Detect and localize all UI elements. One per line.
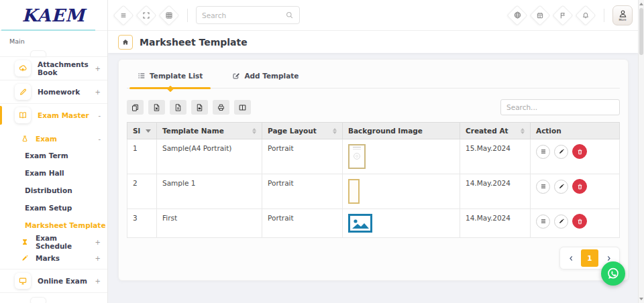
copy-button[interactable] [127,100,144,115]
bell-icon [582,11,590,19]
search-icon [285,11,294,19]
sidebar-item-online-exam[interactable]: Online Exam + [0,269,107,292]
export-csv-button[interactable] [170,100,186,115]
cell-sl: 3 [127,209,157,238]
sidebar-item-attachments-book[interactable]: Attachments Book + [0,57,107,80]
template-table: Sl Template Name Page Layout Background … [127,122,620,238]
page-number-button[interactable]: 1 [581,249,598,267]
logo-underline [1,29,95,31]
user-avatar-button[interactable]: More [612,5,633,25]
tab-add-template[interactable]: Add Template [229,72,301,88]
column-header-created-at[interactable]: Created At [460,123,531,139]
row-menu-button[interactable] [536,215,550,229]
chevron-left-icon [568,255,575,262]
scroll-down-icon[interactable] [639,298,643,300]
cloud-upload-icon [18,64,28,73]
sidebar-item-label: Exam Master [38,111,98,119]
edit-button[interactable] [554,180,568,194]
sidebar-item-marks[interactable]: Marks + [0,250,107,266]
home-button[interactable] [118,35,133,50]
person-icon [618,9,628,19]
trash-icon [576,148,584,156]
flag-button[interactable] [553,5,573,25]
trash-icon [576,218,584,225]
export-pdf-button[interactable] [191,100,208,115]
sidebar-item-exam[interactable]: Exam - [0,131,107,147]
delete-button[interactable] [572,179,587,194]
pen-icon [558,148,565,155]
sidebar-item-exam-setup[interactable]: Exam Setup [0,199,107,217]
global-search [196,6,300,24]
column-header-sl[interactable]: Sl [127,123,157,139]
chevron-right-icon [605,255,612,262]
scroll-up-icon[interactable] [639,3,643,5]
calendar-button[interactable] [530,5,550,25]
hamburger-icon [540,183,547,190]
collapse-minus-icon: - [98,112,101,119]
row-menu-button[interactable] [536,180,550,194]
file-pdf-icon [195,103,204,112]
sidebar-item-label: Marks [36,254,95,262]
scrollbar[interactable] [638,0,644,303]
table-row: 3 First Portrait 14.May.2024 [127,209,620,238]
main-content: Template List Add Template [108,53,638,303]
cell-page-layout: Portrait [262,209,343,238]
delete-button[interactable] [572,144,587,159]
grid-icon [165,11,173,19]
row-menu-button[interactable] [536,145,550,159]
prev-page-button[interactable] [562,249,580,267]
topbar: More [108,0,638,31]
sidebar-item-homework[interactable]: Homework + [0,80,107,103]
cell-sl: 1 [127,139,157,174]
fullscreen-button[interactable] [136,5,156,25]
cell-action [531,209,620,238]
sidebar-item-distribution[interactable]: Distribution [0,182,107,199]
sidebar-item-exam-hall[interactable]: Exam Hall [0,164,107,182]
print-button[interactable] [213,100,229,115]
collapse-minus-icon: - [98,135,101,143]
fullscreen-icon [142,11,150,19]
partial-menu-item [30,297,46,303]
menu-toggle-button[interactable] [113,5,133,25]
cell-action [531,139,620,174]
sidebar-item-marksheet-template[interactable]: Marksheet Template [0,217,107,234]
partial-menu-item [30,50,46,56]
tab-template-list[interactable]: Template List [135,72,205,88]
delete-button[interactable] [572,214,587,229]
notifications-button[interactable] [576,5,596,25]
whatsapp-button[interactable] [601,261,625,286]
a4-portrait-preview-thumbnail [348,144,366,169]
export-excel-button[interactable] [148,100,165,115]
column-header-background-image[interactable]: Background Image [343,123,460,139]
global-search-input[interactable] [202,11,285,19]
sidebar-item-label: Attachments Book [38,60,95,76]
edit-button[interactable] [554,145,568,159]
sidebar-section-label: Main [0,31,107,50]
pencil-icon [18,87,28,97]
expand-plus-icon: + [95,278,101,285]
sidebar-item-exam-term[interactable]: Exam Term [0,147,107,164]
sidebar-item-exam-master[interactable]: Exam Master - [0,104,107,127]
copy-icon [131,103,140,112]
divider [187,9,188,22]
table-search-input[interactable] [500,99,620,115]
scrollbar-thumb[interactable] [639,8,643,55]
sidebar-item-exam-schedule[interactable]: Exam Schedule + [0,234,107,250]
divider [604,9,604,22]
column-visibility-button[interactable] [234,100,251,115]
edit-square-icon [232,72,240,80]
column-header-template-name[interactable]: Template Name [157,123,262,139]
sort-icon [252,128,256,134]
sidebar-item-label: Online Exam [38,277,95,285]
file-excel-icon [152,103,161,112]
page-title: Marksheet Template [140,37,248,48]
column-header-page-layout[interactable]: Page Layout [262,123,343,139]
edit-button[interactable] [554,215,568,229]
column-header-action: Action [531,123,620,139]
language-button[interactable] [507,5,527,25]
tab-label: Template List [150,72,203,80]
cell-template-name: Sample 1 [157,174,262,209]
apps-grid-button[interactable] [159,5,179,25]
table-header-row: Sl Template Name Page Layout Background … [127,123,620,139]
brand-logo[interactable]: KAEM [0,0,107,31]
